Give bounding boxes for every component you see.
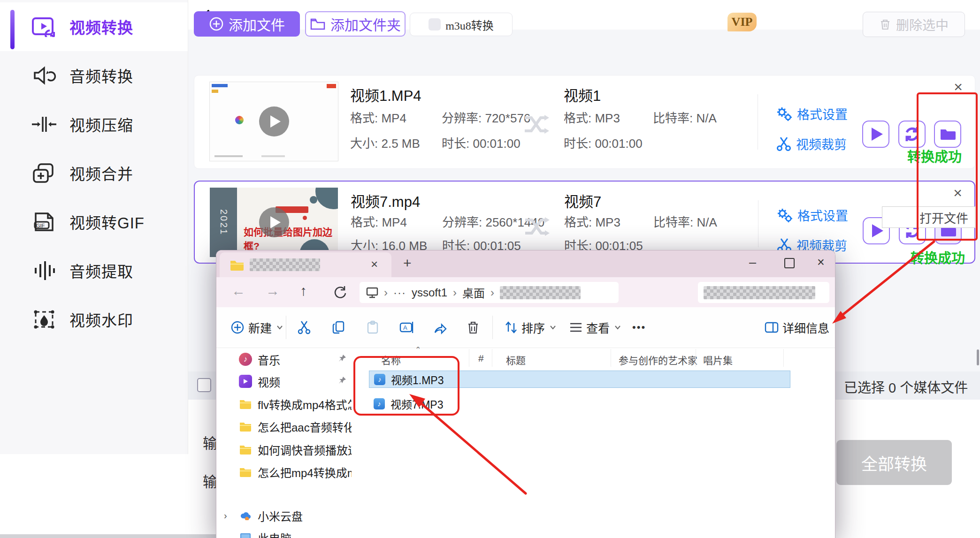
tree-item-folder[interactable]: flv转换成mp4格式怎么操作 <box>216 394 355 414</box>
thumb-decoration <box>214 155 243 157</box>
shuffle-icon <box>523 215 550 238</box>
source-size: 大小: 2.5 MB <box>350 134 420 151</box>
thumb-decoration <box>327 84 336 88</box>
crumb-redacted <box>500 286 581 299</box>
source-format: 格式: MP4 <box>351 212 407 230</box>
nav-forward-icon[interactable]: → <box>266 283 280 299</box>
more-options-button[interactable]: ••• <box>632 307 646 348</box>
details-pane-icon <box>765 321 779 333</box>
crumb-desktop[interactable]: 桌面 <box>462 284 485 301</box>
play-icon <box>872 128 883 141</box>
nav-up-icon[interactable]: ↑ <box>300 283 307 299</box>
close-icon[interactable]: × <box>817 256 825 269</box>
output-format: 格式: MP3 <box>564 108 620 126</box>
nav-back-icon[interactable]: ← <box>231 283 245 299</box>
paste-button[interactable] <box>366 307 380 348</box>
tree-item-music[interactable]: ♪ 音乐 <box>216 349 355 370</box>
source-duration: 时长: 00:01:00 <box>442 134 521 151</box>
sidebar-item-video-watermark[interactable]: 视频水印 <box>0 295 188 344</box>
crumb-separator: › <box>453 286 457 299</box>
sidebar-item-video-compress[interactable]: 视频压缩 <box>0 100 188 149</box>
view-button[interactable]: 查看 <box>569 307 621 348</box>
select-all-checkbox[interactable] <box>197 378 211 392</box>
delete-selected-button[interactable]: 删除选中 <box>863 12 965 37</box>
breadcrumb[interactable]: › ··· yssoft1 › 桌面 › <box>360 282 619 303</box>
thumb-year: 2021 <box>210 188 237 257</box>
tree-item-folder[interactable]: 怎么把mp4转换成mp3? <box>216 462 355 482</box>
search-input[interactable] <box>698 282 829 303</box>
explorer-tab[interactable]: × <box>220 252 391 277</box>
share-button[interactable] <box>433 307 447 348</box>
thumb-decoration <box>261 155 285 157</box>
cut-button[interactable] <box>297 307 311 348</box>
convert-all-button[interactable]: 全部转换 <box>836 440 952 485</box>
sidebar-item-audio-convert[interactable]: 音频转换 <box>0 51 188 100</box>
chevron-down-icon[interactable]: ⌄ <box>224 532 232 538</box>
sidebar-item-video-convert[interactable]: 视频转换 <box>0 2 188 51</box>
output-dir-label-clipped: 输 <box>203 470 217 491</box>
play-icon <box>872 224 883 237</box>
tree-item-videos[interactable]: 视频 <box>216 371 355 392</box>
explorer-titlebar[interactable]: × + – × <box>216 250 835 277</box>
convert-all-label: 全部转换 <box>861 451 927 475</box>
minimize-icon[interactable]: – <box>749 256 756 269</box>
sidebar-item-video-to-gif[interactable]: GIF 视频转GIF <box>0 197 188 246</box>
preview-play-button[interactable] <box>862 121 889 148</box>
thumbnail-play-icon[interactable] <box>259 207 289 237</box>
column-artists[interactable]: 参与创作的艺术家 <box>619 353 697 367</box>
sort-button[interactable]: 排序 <box>505 307 556 348</box>
chevron-down-icon <box>550 325 556 330</box>
sidebar-item-audio-extract[interactable]: 音频提取 <box>0 246 188 295</box>
thumb-decoration <box>212 90 218 93</box>
tree-item-folder[interactable]: 如何调快音频播放速度? <box>216 439 355 460</box>
format-settings-link[interactable]: 格式设置 <box>776 105 848 123</box>
sort-icon <box>505 320 518 334</box>
add-file-button[interactable]: 添加文件 <box>194 11 300 37</box>
tab-close-icon[interactable]: × <box>371 257 378 272</box>
details-pane-button[interactable]: 详细信息 <box>765 307 829 348</box>
refresh-icon[interactable] <box>333 285 347 299</box>
audio-convert-icon <box>31 62 57 89</box>
m3u8-convert-button[interactable]: m3u8转换 VIP <box>410 13 513 36</box>
maximize-icon[interactable] <box>784 258 795 268</box>
column-title[interactable]: 标题 <box>506 353 526 367</box>
crumb-ellipsis[interactable]: ··· <box>393 286 406 299</box>
source-thumbnail[interactable]: 2021 如何批量给图片加边框? <box>210 188 338 257</box>
add-folder-button[interactable]: 添加文件夹 <box>305 11 406 37</box>
tree-item-cloud-drive[interactable]: › 小米云盘 <box>216 505 355 526</box>
chevron-right-icon[interactable]: › <box>224 510 227 521</box>
format-settings-link[interactable]: 格式设置 <box>777 206 848 224</box>
scrollbar-thumb[interactable] <box>977 349 979 365</box>
new-tab-icon[interactable]: + <box>403 255 412 271</box>
media-row-1[interactable]: 视频1.MP4 格式: MP4 分辨率: 720*576 大小: 2.5 MB … <box>194 75 975 169</box>
column-album[interactable]: 唱片集 <box>703 353 733 367</box>
pin-icon[interactable] <box>337 354 347 363</box>
video-crop-link[interactable]: 视频裁剪 <box>776 135 847 153</box>
screen: 视频转换 音频转换 视频压缩 视频合并 GIF 视频转GIF <box>0 0 980 538</box>
delete-button[interactable] <box>467 307 479 348</box>
sort-ascending-icon: ⌃ <box>415 345 421 354</box>
sidebar-item-label: 音频转换 <box>69 64 133 87</box>
source-thumbnail[interactable] <box>209 82 338 161</box>
crumb-user[interactable]: yssoft1 <box>412 286 447 299</box>
tree-item-this-pc[interactable]: ⌄ 此电脑 <box>216 527 355 538</box>
thumbnail-play-icon[interactable] <box>259 106 289 136</box>
column-number[interactable]: # <box>478 353 484 364</box>
video-convert-icon <box>31 14 57 40</box>
video-compress-icon <box>31 111 57 137</box>
folder-icon <box>239 397 252 410</box>
chevron-down-icon <box>276 325 283 330</box>
output-format: 格式: MP3 <box>564 212 620 230</box>
file-explorer-window[interactable]: × + – × ← → ↑ › ··· yssoft1 › 桌面 › <box>216 250 835 538</box>
new-button[interactable]: 新建 <box>230 307 283 348</box>
sort-label: 排序 <box>521 319 545 336</box>
copy-button[interactable] <box>332 307 346 348</box>
rename-button[interactable]: A <box>399 307 414 348</box>
sidebar-item-video-merge[interactable]: 视频合并 <box>0 149 188 197</box>
thumb-decoration <box>310 196 317 204</box>
crumb-separator: › <box>490 286 494 299</box>
video-to-gif-icon: GIF <box>31 209 57 235</box>
pin-icon[interactable] <box>337 376 347 385</box>
this-pc-icon <box>239 531 252 538</box>
tree-item-folder[interactable]: 怎么把aac音频转化为mp3 <box>216 416 355 437</box>
